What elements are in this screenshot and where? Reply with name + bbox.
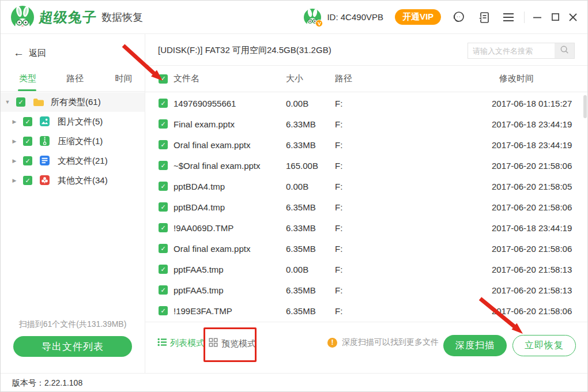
row-checkbox[interactable]	[159, 119, 168, 129]
search-button[interactable]	[555, 43, 574, 58]
tree-checkbox[interactable]	[23, 117, 32, 126]
column-header-path[interactable]: 路径	[335, 73, 492, 84]
sidebar-tabs: 类型 路径 时间	[1, 67, 145, 92]
row-checkbox[interactable]	[159, 265, 168, 274]
file-name: !9AA069D.TMP	[174, 223, 286, 233]
menu-icon[interactable]	[502, 10, 515, 24]
tab-time[interactable]: 时间	[97, 67, 145, 91]
table-row[interactable]: !199E3FA.TMP 6.35MB F: 2017-06-20 21:58:…	[145, 300, 588, 321]
titlebar-divider	[524, 12, 525, 23]
deep-scan-button[interactable]: 深度扫描	[443, 335, 507, 356]
preview-mode-icon	[209, 338, 218, 349]
search-input[interactable]	[468, 47, 555, 55]
tree-checkbox[interactable]	[23, 156, 32, 165]
tree-item-archives[interactable]: ▶ 压缩文件(1)	[1, 131, 145, 151]
row-checkbox[interactable]	[159, 223, 168, 232]
file-path: F:	[335, 285, 492, 295]
user-id: ID: 4C490VPB	[327, 12, 383, 22]
tab-path[interactable]: 路径	[48, 67, 96, 91]
tree-item-others[interactable]: ▶ 其他文件(34)	[1, 171, 145, 190]
file-table-body: 1497690955661 0.00B F: 2017-06-18 01:15:…	[145, 93, 588, 321]
file-name: Oral final exam.pptx	[174, 244, 286, 254]
table-row[interactable]: Oral final exam.pptx 6.35MB F: 2017-06-2…	[145, 238, 588, 259]
list-mode-button[interactable]: 列表模式	[157, 338, 205, 349]
table-row[interactable]: Oral final exam.pptx 6.33MB F: 2017-06-1…	[145, 134, 588, 155]
tree-item-documents[interactable]: ▶ 文档文件(21)	[1, 151, 145, 171]
table-row[interactable]: pptBDA4.tmp 0.00B F: 2017-06-20 21:58:05	[145, 176, 588, 197]
table-row[interactable]: ~$Oral final exam.pptx 165.00B F: 2017-0…	[145, 155, 588, 176]
tree-item-images[interactable]: ▶ 图片文件(5)	[1, 112, 145, 131]
caret-right-icon[interactable]: ▶	[12, 119, 17, 125]
table-row[interactable]: pptBDA4.tmp 6.35MB F: 2017-06-20 21:58:0…	[145, 197, 588, 217]
row-checkbox[interactable]	[159, 285, 168, 295]
row-checkbox[interactable]	[159, 202, 168, 212]
main-topbar: [UDISK(F:)] FAT32 可用空间24.5GB(31.2GB)	[145, 34, 588, 66]
file-size: 6.35MB	[286, 285, 335, 295]
row-checkbox[interactable]	[159, 99, 168, 108]
file-name: 1497690955661	[174, 99, 286, 108]
table-row[interactable]: 1497690955661 0.00B F: 2017-06-18 01:15:…	[145, 93, 588, 114]
file-name: pptFAA5.tmp	[174, 265, 286, 274]
file-path: F:	[335, 119, 492, 129]
file-name: !199E3FA.TMP	[174, 306, 286, 316]
file-size: 6.33MB	[286, 140, 335, 150]
row-checkbox[interactable]	[159, 244, 168, 253]
file-path: F:	[335, 306, 492, 316]
caret-right-icon[interactable]: ▶	[12, 178, 17, 183]
file-name: ~$Oral final exam.pptx	[174, 161, 286, 171]
feedback-icon[interactable]	[477, 10, 491, 24]
version-label: 版本号：2.22.1.108	[12, 378, 82, 389]
row-checkbox[interactable]	[159, 182, 168, 191]
table-row[interactable]: pptFAA5.tmp 6.35MB F: 2017-06-20 21:58:1…	[145, 280, 588, 300]
app-window: 超级兔子 数据恢复 V ID: 4C490VPB 开通VIP	[0, 0, 588, 392]
column-header-filename[interactable]: 文件名	[174, 73, 286, 84]
table-row[interactable]: pptFAA5.tmp 0.00B F: 2017-06-20 21:58:13	[145, 259, 588, 280]
other-file-icon	[39, 175, 51, 186]
recover-now-button[interactable]: 立即恢复	[512, 335, 576, 356]
search-icon	[559, 44, 570, 57]
select-all-checkbox[interactable]	[159, 74, 168, 84]
file-name: pptBDA4.tmp	[174, 182, 286, 191]
file-size: 6.33MB	[286, 119, 335, 129]
tab-type[interactable]: 类型	[1, 67, 48, 91]
open-vip-button[interactable]: 开通VIP	[395, 9, 441, 25]
tree-item-all-types[interactable]: ▼ 所有类型(61)	[1, 92, 145, 112]
row-checkbox[interactable]	[159, 161, 168, 170]
column-header-modified[interactable]: 修改时间	[492, 73, 534, 84]
table-row[interactable]: !9AA069D.TMP 6.33MB F: 2017-06-18 23:44:…	[145, 217, 588, 238]
export-file-list-button[interactable]: 导出文件列表	[13, 336, 132, 357]
tree-checkbox[interactable]	[16, 97, 25, 107]
caret-down-icon[interactable]: ▼	[5, 99, 10, 105]
file-size: 0.00B	[286, 99, 335, 108]
row-checkbox[interactable]	[159, 306, 168, 315]
file-name: Final exam.pptx	[174, 119, 286, 129]
file-path: F:	[335, 99, 492, 108]
user-avatar[interactable]: V	[304, 9, 321, 26]
minimize-button[interactable]	[532, 12, 542, 22]
customer-service-icon[interactable]	[452, 10, 466, 24]
scrollbar-thumb[interactable]	[583, 95, 587, 118]
main-panel: [UDISK(F:)] FAT32 可用空间24.5GB(31.2GB) 文件名…	[145, 34, 588, 373]
file-size: 6.35MB	[286, 306, 335, 316]
file-modified-time: 2017-06-18 23:44:19	[492, 119, 587, 129]
row-checkbox[interactable]	[159, 140, 168, 149]
table-row[interactable]: Final exam.pptx 6.33MB F: 2017-06-18 23:…	[145, 114, 588, 134]
file-modified-time: 2017-06-20 21:58:13	[492, 285, 587, 295]
tree-checkbox[interactable]	[23, 137, 32, 146]
tree-checkbox[interactable]	[23, 176, 32, 185]
folder-icon	[32, 96, 44, 108]
maximize-button[interactable]	[550, 12, 560, 22]
file-name: Oral final exam.pptx	[174, 140, 286, 150]
close-button[interactable]	[568, 12, 578, 22]
zip-file-icon	[39, 135, 51, 147]
titlebar: 超级兔子 数据恢复 V ID: 4C490VPB 开通VIP	[1, 1, 587, 34]
file-modified-time: 2017-06-18 01:15:27	[492, 99, 587, 108]
column-header-size[interactable]: 大小	[286, 73, 335, 84]
file-modified-time: 2017-06-20 21:58:05	[492, 182, 587, 191]
preview-mode-button[interactable]: 预览模式	[209, 338, 256, 349]
back-button[interactable]: ← 返回	[13, 47, 46, 59]
caret-right-icon[interactable]: ▶	[12, 138, 17, 144]
caret-right-icon[interactable]: ▶	[12, 158, 17, 164]
file-name: pptBDA4.tmp	[174, 202, 286, 212]
search-box	[468, 43, 575, 59]
